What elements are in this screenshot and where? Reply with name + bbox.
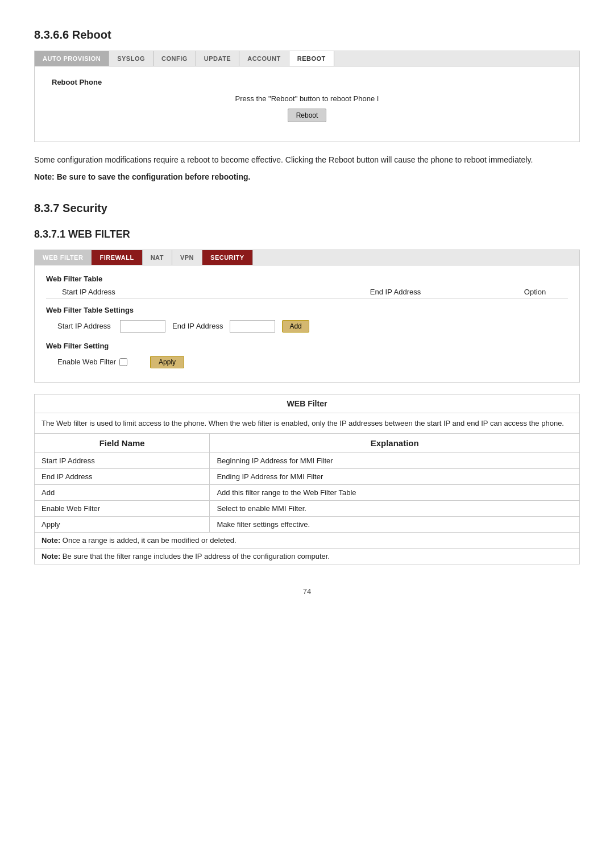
table-row: Start IP Address Beginning IP Address fo… <box>35 453 580 469</box>
reboot-inner: Press the "Reboot" button to reboot Phon… <box>52 94 562 128</box>
note-text-2: Be sure that the filter range includes t… <box>63 552 330 560</box>
col-option-header: Option <box>507 288 563 296</box>
wf-enable-row: Enable Web Filter Apply <box>46 354 568 371</box>
table-row: Enable Web Filter Select to enable MMI F… <box>35 501 580 517</box>
col-end-ip-header: End IP Address <box>284 288 507 296</box>
wf-table-header: Start IP Address End IP Address Option <box>46 285 568 299</box>
table-row: Apply Make filter settings effective. <box>35 517 580 533</box>
security-heading: 8.3.7 Security <box>34 202 580 215</box>
table-row: Add Add this filter range to the Web Fil… <box>35 485 580 501</box>
web-filter-setting-label: Web Filter Setting <box>46 342 568 350</box>
add-button[interactable]: Add <box>282 320 309 333</box>
webfilter-heading: 8.3.7.1 WEB FILTER <box>34 229 580 240</box>
reboot-body-text: Some configuration modifications require… <box>34 153 580 166</box>
tab-vpn[interactable]: VPN <box>172 250 202 265</box>
info-intro-row: The Web filter is used to limit access t… <box>35 413 580 434</box>
enable-checkbox[interactable] <box>119 358 127 366</box>
info-table: WEB Filter The Web filter is used to lim… <box>34 394 580 565</box>
col-start-ip-header: Start IP Address <box>51 288 284 296</box>
settings-inputs: End IP Address Add <box>120 320 568 333</box>
info-note-row-2: Note: Be sure that the filter range incl… <box>35 549 580 564</box>
web-filter-setting-section: Web Filter Setting Enable Web Filter App… <box>46 342 568 371</box>
web-filter-table-section: Web Filter Table Start IP Address End IP… <box>46 275 568 299</box>
tab-nat[interactable]: NAT <box>143 250 172 265</box>
note-bold-2: Note: <box>42 552 60 560</box>
tab-firewall[interactable]: FIREWALL <box>92 250 142 265</box>
wf-settings-row: Start IP Address End IP Address Add <box>46 318 568 335</box>
web-filter-settings-label: Web Filter Table Settings <box>46 306 568 314</box>
note-text-1: Once a range is added, it can be modifie… <box>63 536 237 545</box>
page-number: 74 <box>34 587 580 596</box>
end-ip-label: End IP Address <box>172 322 223 330</box>
reboot-note-label: Note: Be sure to save the configuration … <box>34 172 250 181</box>
reboot-instruction: Press the "Reboot" button to reboot Phon… <box>52 94 562 103</box>
tab-security[interactable]: SECURITY <box>202 250 253 265</box>
tab-web-filter[interactable]: WEB FILTER <box>35 250 92 265</box>
start-ip-input[interactable] <box>120 320 165 333</box>
note-bold-1: Note: <box>42 536 60 545</box>
tab-reboot[interactable]: REBOOT <box>289 51 334 66</box>
enable-label: Enable Web Filter <box>46 358 116 366</box>
tab-account[interactable]: ACCOUNT <box>239 51 289 66</box>
reboot-button[interactable]: Reboot <box>288 109 327 122</box>
end-ip-input[interactable] <box>230 320 275 333</box>
web-filter-table-label: Web Filter Table <box>46 275 568 283</box>
info-header-row: Field Name Explanation <box>35 434 580 453</box>
tab-syslog[interactable]: SYSLOG <box>109 51 154 66</box>
tab-update[interactable]: UPDATE <box>196 51 239 66</box>
webfilter-tab-bar: WEB FILTER FIREWALL NAT VPN SECURITY <box>35 250 579 265</box>
reboot-heading: 8.3.6.6 Reboot <box>34 28 580 41</box>
settings-start-ip-label: Start IP Address <box>46 322 120 330</box>
reboot-tab-bar: AUTO PROVISION SYSLOG CONFIG UPDATE ACCO… <box>35 51 579 67</box>
webfilter-content: Web Filter Table Start IP Address End IP… <box>35 265 579 382</box>
reboot-note: Note: Be sure to save the configuration … <box>34 171 580 183</box>
tab-auto-provision[interactable]: AUTO PROVISION <box>35 51 109 66</box>
table-row: End IP Address Ending IP Address for MMI… <box>35 469 580 485</box>
reboot-panel: AUTO PROVISION SYSLOG CONFIG UPDATE ACCO… <box>34 51 580 142</box>
tab-config[interactable]: CONFIG <box>154 51 196 66</box>
info-title-row: WEB Filter <box>35 394 580 413</box>
reboot-phone-label: Reboot Phone <box>52 78 562 86</box>
reboot-content: Reboot Phone Press the "Reboot" button t… <box>35 67 579 142</box>
webfilter-panel: WEB FILTER FIREWALL NAT VPN SECURITY Web… <box>34 250 580 383</box>
apply-button[interactable]: Apply <box>150 356 184 368</box>
web-filter-settings-section: Web Filter Table Settings Start IP Addre… <box>46 306 568 335</box>
info-note-row-1: Note: Once a range is added, it can be m… <box>35 533 580 549</box>
